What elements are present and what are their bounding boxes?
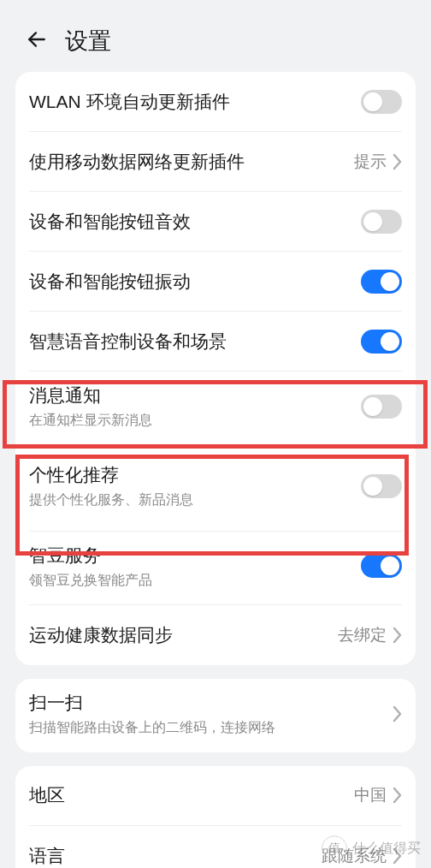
row-value: 去绑定 <box>338 624 387 646</box>
row-subtitle: 在通知栏显示新消息 <box>29 411 361 430</box>
row-title: 个性化推荐 <box>29 463 361 487</box>
row-value: 提示 <box>354 151 387 173</box>
row-value: 中国 <box>354 784 387 806</box>
page-title: 设置 <box>65 26 111 56</box>
row-title: 使用移动数据网络更新插件 <box>29 150 354 174</box>
row-wlan-update[interactable]: WLAN 环境自动更新插件 <box>29 72 402 132</box>
row-title: 扫一扫 <box>29 691 392 715</box>
row-personalized[interactable]: 个性化推荐 提供个性化服务、新品消息 <box>29 446 402 532</box>
row-title: 智豆服务 <box>29 544 361 568</box>
row-subtitle: 扫描智能路由设备上的二维码，连接网络 <box>29 718 392 737</box>
toggle-vibration[interactable] <box>361 270 402 294</box>
row-zhidou[interactable]: 智豆服务 领智豆兑换智能产品 <box>29 532 402 606</box>
row-title: WLAN 环境自动更新插件 <box>29 90 361 114</box>
watermark: 值 什么值得买 <box>322 835 421 861</box>
chevron-right-icon <box>392 627 402 644</box>
row-scan[interactable]: 扫一扫 扫描智能路由设备上的二维码，连接网络 <box>29 679 402 752</box>
toggle-sound-effect[interactable] <box>361 210 402 234</box>
header: 设置 <box>0 0 431 72</box>
row-mobile-update[interactable]: 使用移动数据网络更新插件 提示 <box>29 132 402 192</box>
chevron-right-icon <box>392 787 402 804</box>
row-vibration[interactable]: 设备和智能按钮振动 <box>29 252 402 312</box>
toggle-notifications[interactable] <box>361 395 402 419</box>
row-title: 消息通知 <box>29 383 361 407</box>
watermark-text: 什么值得买 <box>352 840 421 858</box>
row-voice-control[interactable]: 智慧语音控制设备和场景 <box>29 312 402 372</box>
row-region[interactable]: 地区 中国 <box>29 766 402 826</box>
toggle-zhidou[interactable] <box>361 554 402 578</box>
row-health-sync[interactable]: 运动健康数据同步 去绑定 <box>29 605 402 665</box>
settings-card-2: 扫一扫 扫描智能路由设备上的二维码，连接网络 <box>15 679 416 752</box>
row-sound-effect[interactable]: 设备和智能按钮音效 <box>29 192 402 252</box>
row-title: 运动健康数据同步 <box>29 623 338 647</box>
row-subtitle: 提供个性化服务、新品消息 <box>29 490 361 509</box>
toggle-personalized[interactable] <box>361 474 402 498</box>
settings-card-1: WLAN 环境自动更新插件 使用移动数据网络更新插件 提示 设备和智能按钮音效 … <box>15 72 416 665</box>
toggle-voice-control[interactable] <box>361 330 402 354</box>
row-title: 语言 <box>29 844 322 868</box>
row-title: 设备和智能按钮音效 <box>29 210 361 234</box>
watermark-logo-icon: 值 <box>322 835 347 861</box>
row-subtitle: 领智豆兑换智能产品 <box>29 571 361 590</box>
row-title: 设备和智能按钮振动 <box>29 270 361 294</box>
row-title: 地区 <box>29 783 354 807</box>
chevron-right-icon <box>392 705 402 722</box>
row-title: 智慧语音控制设备和场景 <box>29 330 361 354</box>
toggle-wlan-update[interactable] <box>361 90 402 114</box>
chevron-right-icon <box>392 153 402 170</box>
row-notifications[interactable]: 消息通知 在通知栏显示新消息 <box>29 372 402 446</box>
back-arrow-icon[interactable] <box>26 28 48 54</box>
